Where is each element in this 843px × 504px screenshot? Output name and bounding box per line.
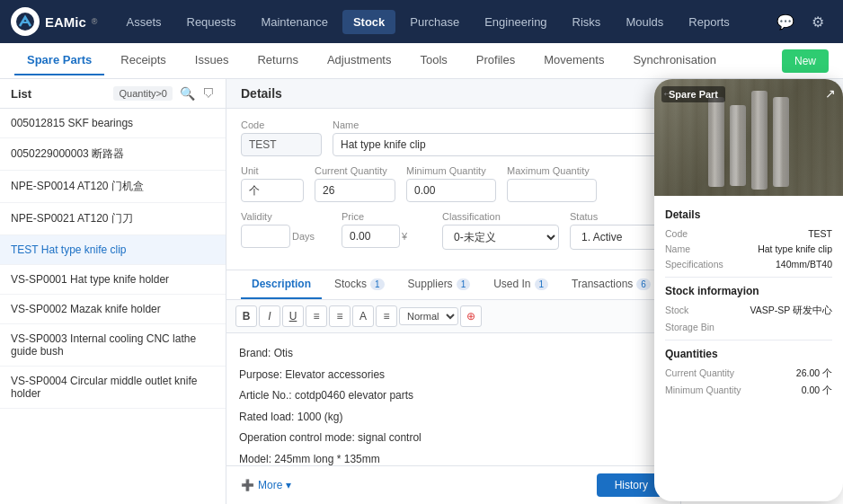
- nav-requests[interactable]: Requests: [176, 10, 247, 34]
- mobile-storage-bin-label: Storage Bin: [665, 322, 714, 332]
- list-item[interactable]: VS-SP0001 Hat type knife holder: [0, 265, 226, 295]
- style-select[interactable]: Normal: [399, 307, 458, 325]
- subnav-movements[interactable]: Movements: [531, 46, 617, 75]
- tab-description[interactable]: Description: [241, 270, 322, 299]
- subnav-tools[interactable]: Tools: [408, 46, 460, 75]
- price-input[interactable]: [342, 225, 400, 248]
- nav-risks[interactable]: Risks: [562, 10, 612, 34]
- subnav-spare-parts[interactable]: Spare Parts: [14, 46, 104, 75]
- bottom-bar: ➕ More ▾ History: [226, 465, 680, 504]
- mobile-min-qty-value: 0.00 个: [802, 385, 832, 397]
- bold-button[interactable]: B: [235, 305, 257, 327]
- validity-unit: Days: [292, 231, 315, 242]
- share-icon[interactable]: ↗: [825, 86, 836, 101]
- subnav-returns[interactable]: Returns: [244, 46, 311, 75]
- name-input[interactable]: [333, 133, 710, 156]
- nav-reports[interactable]: Reports: [678, 10, 741, 34]
- top-navigation: EAMic ® Assets Requests Maintenance Stoc…: [0, 0, 843, 43]
- logo-text: EAMic: [45, 14, 86, 30]
- nav-assets[interactable]: Assets: [115, 10, 172, 34]
- code-label: Code: [241, 119, 322, 130]
- mobile-current-qty-label: Current Quantity: [665, 367, 734, 380]
- more-button[interactable]: ➕ More ▾: [241, 479, 291, 491]
- list-header: List Quantity>0 🔍 ⛉: [0, 79, 226, 109]
- filter-icon[interactable]: ⛉: [202, 86, 215, 101]
- desc-line-4: Rated load: 1000 (kg): [239, 408, 668, 428]
- list-item[interactable]: NPE-SP0014 AT120 门机盒: [0, 171, 226, 203]
- nav-moulds[interactable]: Moulds: [615, 10, 674, 34]
- ordered-list-button[interactable]: ≡: [329, 305, 351, 327]
- classification-select[interactable]: 0-未定义: [442, 225, 559, 250]
- search-icon[interactable]: 🔍: [180, 86, 195, 101]
- mobile-min-qty-label: Minimum Quantity: [665, 385, 741, 397]
- align-button[interactable]: A: [352, 305, 374, 327]
- mobile-name-row: Name Hat type knife clip: [665, 243, 832, 254]
- current-qty-label: Current Quantity: [315, 165, 395, 176]
- mobile-details-title: Details: [665, 208, 832, 221]
- quantity-filter-badge: Quantity>0: [113, 86, 173, 101]
- desc-line-5: Operation control mode: signal control: [239, 429, 668, 448]
- align2-button[interactable]: ≡: [376, 305, 397, 327]
- tab-used-in[interactable]: Used In 1: [483, 270, 559, 299]
- tab-stocks[interactable]: Stocks 1: [324, 270, 395, 299]
- subnav-synchronisation[interactable]: Synchronisation: [620, 46, 729, 75]
- current-qty-input[interactable]: [315, 179, 395, 202]
- list-item-active[interactable]: TEST Hat type knife clip: [0, 235, 226, 265]
- mobile-code-label: Code: [665, 228, 688, 239]
- mobile-name-value: Hat type knife clip: [758, 243, 832, 254]
- mobile-current-qty-row: Current Quantity 26.00 个: [665, 367, 832, 380]
- list-item[interactable]: 0050229000003 断路器: [0, 138, 226, 171]
- subnav-adjustments[interactable]: Adjustments: [315, 46, 404, 75]
- list-item[interactable]: 005012815 SKF bearings: [0, 109, 226, 138]
- nav-maintenance[interactable]: Maintenance: [250, 10, 338, 34]
- list-item[interactable]: VS-SP0004 Circular middle outlet knife h…: [0, 367, 226, 409]
- validity-input[interactable]: [241, 225, 290, 248]
- mobile-spec-label: Specifications: [665, 259, 723, 270]
- desc-line-1: Brand: Otis: [239, 344, 668, 364]
- tab-transactions[interactable]: Transactions 6: [561, 270, 661, 299]
- desc-line-2: Purpose: Elevator accessories: [239, 366, 668, 385]
- name-label: Name: [333, 119, 710, 130]
- editor-toolbar: B I U ≡ ≡ A ≡ Normal ⊕: [226, 300, 680, 333]
- list-item[interactable]: VS-SP0002 Mazak knife holder: [0, 295, 226, 324]
- nav-stock[interactable]: Stock: [342, 10, 395, 34]
- mobile-body: Details Code TEST Name Hat type knife cl…: [654, 196, 843, 501]
- mobile-card: ← Spare Part ↗ Details Code TEST Name Ha…: [654, 79, 843, 501]
- list-item[interactable]: NPE-SP0021 AT120 门刀: [0, 203, 226, 235]
- min-qty-label: Minimum Quantity: [406, 165, 496, 176]
- price-currency: ¥: [402, 231, 407, 242]
- chat-icon[interactable]: 💬: [771, 7, 800, 36]
- list-item[interactable]: VS-SP0003 Internal cooling CNC lathe gui…: [0, 324, 226, 367]
- desc-line-6: Model: 245mm long * 135mm: [239, 450, 668, 465]
- classification-label: Classification: [442, 211, 559, 222]
- mobile-card-title: Spare Part: [661, 86, 725, 102]
- new-button[interactable]: New: [782, 49, 829, 73]
- special-format-button[interactable]: ⊕: [460, 305, 482, 327]
- logo-reg: ®: [92, 17, 98, 26]
- nav-engineering[interactable]: Engineering: [474, 10, 557, 34]
- italic-button[interactable]: I: [259, 305, 280, 327]
- subnav-receipts[interactable]: Receipts: [108, 46, 179, 75]
- logo: EAMic ®: [11, 7, 97, 36]
- code-input[interactable]: [241, 133, 322, 156]
- main-area: List Quantity>0 🔍 ⛉ 005012815 SKF bearin…: [0, 79, 843, 504]
- unit-input[interactable]: [241, 179, 304, 202]
- min-qty-input[interactable]: [406, 179, 496, 202]
- mobile-image: ← Spare Part ↗: [654, 79, 843, 196]
- tab-suppliers[interactable]: Suppliers 1: [397, 270, 482, 299]
- subnav-profiles[interactable]: Profiles: [464, 46, 528, 75]
- max-qty-label: Maximum Quantity: [507, 165, 597, 176]
- subnav-issues[interactable]: Issues: [182, 46, 242, 75]
- used-in-badge: 1: [535, 279, 549, 290]
- mobile-code-row: Code TEST: [665, 228, 832, 239]
- mobile-stock-value: VASP-SP 研发中心: [750, 305, 832, 317]
- mobile-spec-row: Specifications 140mm/BT40: [665, 259, 832, 270]
- sub-navigation: Spare Parts Receipts Issues Returns Adju…: [0, 43, 843, 79]
- bullet-list-button[interactable]: ≡: [306, 305, 327, 327]
- stocks-badge: 1: [370, 279, 385, 290]
- max-qty-input[interactable]: [507, 179, 597, 202]
- mobile-quantities-title: Quantities: [665, 348, 832, 360]
- settings-icon[interactable]: ⚙: [803, 7, 832, 36]
- nav-purchase[interactable]: Purchase: [399, 10, 470, 34]
- underline-button[interactable]: U: [282, 305, 304, 327]
